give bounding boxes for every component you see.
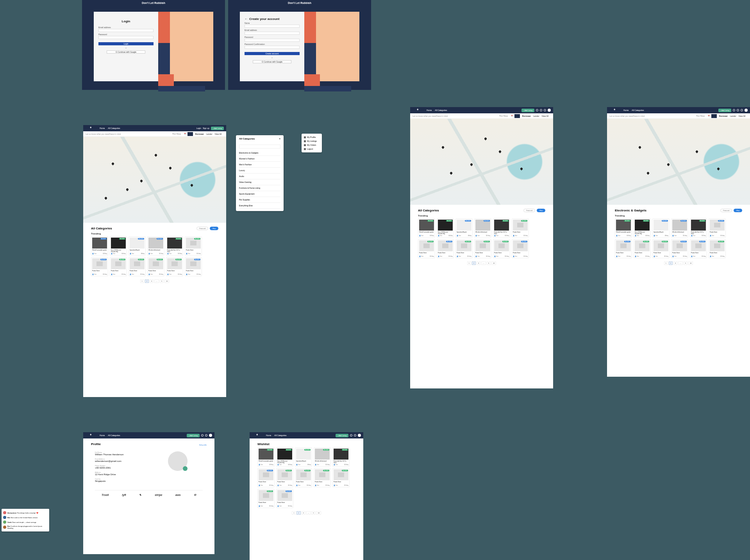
product-card[interactable]: AvailableProduct Name👤 User$15/day <box>147 257 164 276</box>
filter-featured[interactable]: Featured <box>523 209 535 212</box>
google-login-button[interactable]: G Continue with Google <box>107 50 145 54</box>
chat-icon[interactable] <box>741 109 743 111</box>
product-card[interactable]: AvailableGucci GG Marmont Shoulder Bag👤 … <box>437 218 454 238</box>
product-card[interactable]: AvailableProduct Name👤 User$15/day <box>257 489 275 508</box>
heart-icon[interactable] <box>733 109 735 111</box>
page-1[interactable]: 1 <box>140 279 144 283</box>
product-card[interactable]: AvailableProduct Name👤 User$15/day <box>276 468 293 487</box>
product-card[interactable]: AvailableProduct Name👤 User$15/day <box>455 239 473 258</box>
heart-icon[interactable] <box>201 434 204 437</box>
toggle-lender[interactable]: Lender <box>533 115 539 117</box>
date-pill[interactable]: 📅 <box>706 115 711 117</box>
category-video-gaming[interactable]: Video Gaming <box>239 179 280 185</box>
product-card[interactable]: AvailableProduct Name👤 User$15/day <box>295 468 312 487</box>
category-audio[interactable]: Audio <box>239 174 280 179</box>
product-card[interactable]: AvailableProduct Name👤 User$15/day <box>276 489 293 508</box>
search-button[interactable] <box>711 114 717 118</box>
bell-icon[interactable] <box>737 109 739 111</box>
product-card[interactable]: AvailableSpecialized Bicycle👤 User$8/day <box>129 236 146 256</box>
signup-link[interactable]: Sign up <box>203 127 209 129</box>
nav-categories[interactable]: All Categories <box>108 127 120 129</box>
usermenu-my-listings[interactable]: My Listings <box>304 139 320 143</box>
add-listing-button[interactable]: + Add Listing <box>187 434 200 437</box>
product-card[interactable]: AvailableGucci GG Marmont Shoulder Bag👤 … <box>110 236 127 256</box>
nav-categories[interactable]: All Categories <box>274 434 286 437</box>
page-10[interactable]: 10 <box>316 511 321 515</box>
page-9[interactable]: 9 <box>487 261 491 265</box>
product-card[interactable]: AvailableSpecialized Bicycle👤 User$8/day <box>652 218 670 238</box>
brand-logo[interactable]: ❖ <box>412 108 423 112</box>
category-everything-else[interactable]: Everything Else <box>239 203 280 209</box>
name-input[interactable] <box>245 25 300 28</box>
toggle-lender[interactable]: Lender <box>206 133 212 135</box>
add-listing-button[interactable]: + Add Listing <box>211 127 224 130</box>
page-1[interactable]: 1 <box>664 261 668 265</box>
nav-home[interactable]: Home <box>100 127 105 129</box>
product-card[interactable]: AvailableProduct Name👤 User$15/day <box>671 239 688 258</box>
product-card[interactable]: AvailableProduct Name👤 User$15/day <box>493 239 510 258</box>
map[interactable] <box>83 137 226 223</box>
nav-categories[interactable]: All Categories <box>435 109 447 111</box>
product-card[interactable]: AvailablePowerslide Next 110 Tri-Skate👤 … <box>166 236 183 256</box>
product-card[interactable]: AvailableOld old Cannondale speeds👤 User… <box>257 447 275 467</box>
product-card[interactable]: AvailableSB white off-the-board👤 User$12… <box>671 218 688 238</box>
price-group-pill[interactable]: Price Group <box>171 132 182 135</box>
page-...[interactable]: ... <box>481 261 486 265</box>
page-3[interactable]: 3 <box>477 261 480 265</box>
category-furniture-home-living[interactable]: Furniture & Home Living <box>239 185 280 191</box>
category-luxury[interactable]: Luxury <box>239 168 280 174</box>
product-card[interactable]: AvailableProduct Name👤 User$15/day <box>257 468 275 487</box>
page-1[interactable]: 1 <box>467 261 471 265</box>
product-card[interactable]: AvailableSpecialized Bicycle👤 User$8/day <box>295 447 312 467</box>
product-card[interactable]: AvailableProduct Name👤 User$15/day <box>690 239 707 258</box>
product-card[interactable]: AvailableGucci GG Marmont Shoulder Bag👤 … <box>634 218 651 238</box>
heart-icon[interactable] <box>536 109 538 111</box>
page-...[interactable]: ... <box>154 279 159 283</box>
add-listing-button[interactable]: + Add Listing <box>336 434 348 437</box>
brand-logo[interactable]: ❖ <box>252 433 262 437</box>
product-card[interactable]: AvailablePowerslide Next 110 Tri-Skate👤 … <box>690 218 707 238</box>
edit-profile-link[interactable]: Edit profile <box>199 444 207 446</box>
product-card[interactable]: AvailableProduct Name👤 User$15/day <box>634 239 651 258</box>
product-card[interactable]: AvailableSB white off-the-board👤 User$12… <box>147 236 164 256</box>
product-card[interactable]: AvailableSpecialized Bicycle👤 User$8/day <box>455 218 473 238</box>
page-2[interactable]: 2 <box>296 511 300 515</box>
product-card[interactable]: AvailableProduct Name👤 User$15/day <box>615 239 632 258</box>
usermenu-my-profile[interactable]: My Profile <box>304 135 320 139</box>
category-men-s-fashion[interactable]: Men's Fashion <box>239 162 280 168</box>
product-card[interactable]: AvailableProduct Name👤 User$15/day <box>418 239 435 258</box>
product-card[interactable]: AvailableOld old Cannondale speeds👤 User… <box>418 218 435 238</box>
toggle-borrower[interactable]: Borrower <box>195 133 204 135</box>
product-card[interactable]: AvailableProduct Name👤 User$15/day <box>185 257 202 276</box>
map[interactable] <box>607 119 750 205</box>
usermenu-logout[interactable]: Logout <box>304 147 320 151</box>
search-input[interactable]: Let us know what you need/have in mind <box>412 115 498 117</box>
category-women-s-fashion[interactable]: Women's Fashion <box>239 156 280 162</box>
search-button[interactable] <box>188 132 193 136</box>
toggle-viewall[interactable]: View All <box>215 133 221 135</box>
nav-home[interactable]: Home <box>100 434 105 437</box>
page-10[interactable]: 10 <box>164 279 169 283</box>
nav-categories[interactable]: All Categories <box>632 109 644 111</box>
product-card[interactable]: AvailableProduct Name👤 User$15/day <box>185 236 202 256</box>
price-group-pill[interactable]: Price Group <box>498 115 509 117</box>
page-9[interactable]: 9 <box>684 261 688 265</box>
toggle-lender[interactable]: Lender <box>730 115 736 117</box>
map[interactable] <box>410 119 553 205</box>
product-card[interactable]: AvailableGucci GG Marmont Shoulder Bag👤 … <box>276 447 293 467</box>
product-card[interactable]: AvailableOld old Cannondale speeds👤 User… <box>615 218 632 238</box>
toggle-borrower[interactable]: Borrower <box>719 115 728 117</box>
catpop-close[interactable]: × <box>279 138 280 140</box>
nav-home[interactable]: Home <box>623 109 629 111</box>
category-electronics-gadgets[interactable]: Electronics & Gadgets <box>239 150 280 156</box>
toggle-viewall[interactable]: View All <box>739 115 745 117</box>
page-3[interactable]: 3 <box>302 511 305 515</box>
filter-map[interactable]: Map <box>210 227 218 230</box>
product-card[interactable]: AvailableProduct Name👤 User$15/day <box>129 257 146 276</box>
confirm-input[interactable] <box>245 46 300 49</box>
search-button[interactable] <box>514 114 520 118</box>
avatar[interactable] <box>358 434 361 437</box>
page-2[interactable]: 2 <box>669 261 673 265</box>
brand-logo[interactable]: ❖ <box>86 433 96 437</box>
page-10[interactable]: 10 <box>688 261 693 265</box>
